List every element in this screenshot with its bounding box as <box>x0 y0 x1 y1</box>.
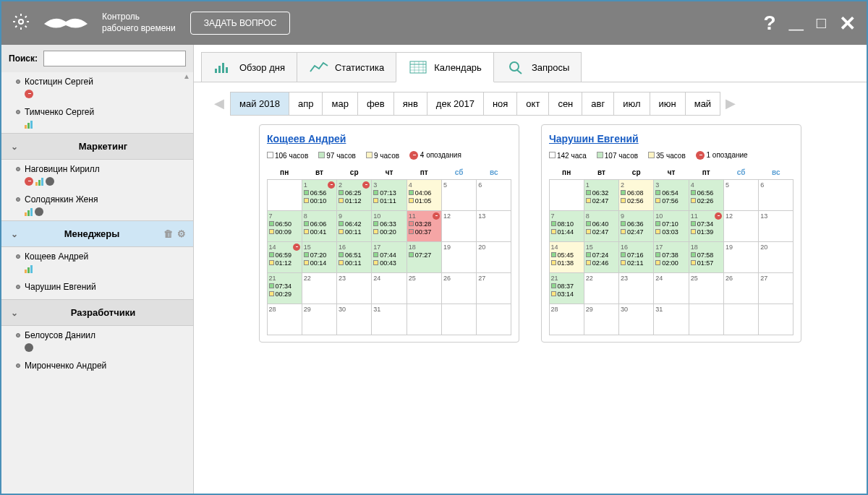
calendar-cell[interactable]: 28 <box>267 304 302 335</box>
calendar-cell[interactable]: 10 07:10 03:03 <box>653 210 689 242</box>
calendar-cell[interactable]: 31 <box>371 304 407 335</box>
calendar-cell[interactable]: 20 <box>758 241 793 273</box>
calendar-cell[interactable]: 3 07:13 01:11 <box>371 179 407 211</box>
calendar-cell[interactable]: 22 <box>302 272 337 304</box>
calendar-cell[interactable]: 25 <box>689 272 724 304</box>
calendar-cell[interactable]: 17 07:44 00:43 <box>371 241 407 273</box>
calendar-cell[interactable]: 23 <box>336 272 372 304</box>
group-header[interactable]: ⌄ Разработчики <box>1 299 193 326</box>
calendar-cell[interactable]: 2 06:25 01:12 <box>336 179 372 211</box>
calendar-cell[interactable]: 10 06:33 00:20 <box>371 210 407 242</box>
calendar-cell[interactable]: 28 <box>549 304 584 335</box>
month-button[interactable]: май <box>685 92 720 116</box>
calendar-cell[interactable]: 11 07:34 01:39 <box>689 210 724 242</box>
calendar-cell[interactable]: 27 <box>476 272 511 304</box>
month-button[interactable]: янв <box>393 92 427 116</box>
calendar-cell[interactable]: 16 06:51 00:11 <box>336 241 372 273</box>
month-next-icon[interactable]: ▶ <box>720 95 741 111</box>
calendar-cell[interactable]: 12 <box>723 210 759 242</box>
calendar-cell[interactable]: 24 <box>371 272 407 304</box>
person-item[interactable]: Тимченко Сергей <box>1 103 193 133</box>
gear-icon[interactable]: ⚙ <box>177 228 186 239</box>
calendar-cell[interactable]: 7 08:10 01:44 <box>549 210 584 242</box>
search-input[interactable] <box>43 51 186 66</box>
calendar-cell[interactable]: 26 <box>723 272 759 304</box>
tab-overview[interactable]: Обзор дня <box>201 52 297 82</box>
calendar-cell[interactable]: 19 <box>723 241 759 273</box>
month-button[interactable]: дек 2017 <box>427 92 484 116</box>
person-item[interactable]: Костицин Сергей <box>1 72 193 103</box>
calendar-cell[interactable]: 18 07:58 01:57 <box>689 241 724 273</box>
calendar-cell[interactable]: 30 <box>618 304 654 335</box>
calendar-cell[interactable]: 26 <box>441 272 477 304</box>
calendar-cell[interactable]: 1 06:56 00:10 <box>302 179 337 211</box>
person-link[interactable]: Чарушин Евгений <box>549 133 639 145</box>
person-link[interactable]: Кощеев Андрей <box>267 133 346 145</box>
month-button[interactable]: сен <box>548 92 582 116</box>
calendar-cell[interactable]: 21 07:34 00:29 <box>267 272 302 304</box>
calendar-cell[interactable]: 2 06:08 02:56 <box>618 179 654 211</box>
calendar-cell[interactable]: 11 03:28 00:37 <box>407 210 442 242</box>
close-icon[interactable]: ✕ <box>839 12 856 35</box>
calendar-cell[interactable]: 8 06:06 00:41 <box>302 210 337 242</box>
scroll-up-icon[interactable]: ▲ <box>183 72 190 80</box>
settings-icon[interactable] <box>12 13 30 33</box>
calendar-cell[interactable]: 6 <box>758 179 793 211</box>
tab-stats[interactable]: Статистика <box>297 52 396 82</box>
calendar-cell[interactable]: 6 <box>476 179 511 211</box>
calendar-cell[interactable]: 12 <box>441 210 477 242</box>
calendar-cell[interactable]: 31 <box>653 304 689 335</box>
month-button[interactable]: май 2018 <box>230 92 289 116</box>
tab-calendar[interactable]: Календарь <box>396 52 494 82</box>
calendar-cell[interactable]: 24 <box>653 272 689 304</box>
calendar-cell[interactable]: 8 06:40 02:47 <box>584 210 619 242</box>
calendar-cell[interactable]: 9 06:42 00:11 <box>336 210 372 242</box>
calendar-cell[interactable]: 4 04:06 01:05 <box>407 179 442 211</box>
calendar-cell[interactable]: 14 06:59 01:12 <box>267 241 302 273</box>
calendar-cell[interactable]: 5 <box>441 179 477 211</box>
help-icon[interactable]: ? <box>764 12 776 35</box>
calendar-cell[interactable]: 29 <box>302 304 337 335</box>
calendar-cell[interactable]: 3 06:54 07:56 <box>653 179 689 211</box>
group-header[interactable]: ⌄ Менеджеры 🗑⚙ <box>1 220 193 247</box>
calendar-cell[interactable]: 27 <box>758 272 793 304</box>
ask-question-button[interactable]: ЗАДАТЬ ВОПРОС <box>190 12 291 35</box>
calendar-cell[interactable]: 15 07:20 00:14 <box>302 241 337 273</box>
calendar-cell[interactable]: 1 06:32 02:47 <box>584 179 619 211</box>
month-button[interactable]: фев <box>357 92 394 116</box>
person-item[interactable]: Чарушин Евгений <box>1 277 193 299</box>
calendar-cell[interactable]: 21 08:37 03:14 <box>549 272 584 304</box>
calendar-cell[interactable]: 7 06:50 00:09 <box>267 210 302 242</box>
calendar-cell[interactable]: 29 <box>584 304 619 335</box>
month-prev-icon[interactable]: ◀ <box>208 95 230 111</box>
month-button[interactable]: мар <box>322 92 357 116</box>
calendar-cell[interactable]: 15 07:24 02:46 <box>584 241 619 273</box>
calendar-cell[interactable]: 16 07:16 02:11 <box>618 241 654 273</box>
group-header[interactable]: ⌄ Маркетинг <box>1 133 193 160</box>
calendar-cell[interactable]: 5 <box>723 179 759 211</box>
person-item[interactable]: Кощеев Андрей <box>1 247 193 277</box>
calendar-cell[interactable]: 20 <box>476 241 511 273</box>
month-button[interactable]: апр <box>289 92 323 116</box>
tab-queries[interactable]: Запросы <box>493 52 582 82</box>
month-button[interactable]: июн <box>650 92 686 116</box>
person-item[interactable]: Миронченко Андрей <box>1 356 193 378</box>
month-button[interactable]: июл <box>613 92 650 116</box>
calendar-cell[interactable]: 18 07:27 <box>407 241 442 273</box>
calendar-cell[interactable]: 19 <box>441 241 477 273</box>
calendar-cell[interactable]: 23 <box>618 272 654 304</box>
calendar-cell[interactable]: 22 <box>584 272 619 304</box>
month-button[interactable]: ноя <box>483 92 517 116</box>
calendar-cell[interactable]: 30 <box>336 304 372 335</box>
month-button[interactable]: окт <box>516 92 549 116</box>
calendar-cell[interactable]: 14 05:45 01:38 <box>549 241 584 273</box>
calendar-cell[interactable]: 9 06:36 02:47 <box>618 210 654 242</box>
month-button[interactable]: авг <box>582 92 614 116</box>
calendar-cell[interactable]: 17 07:38 02:00 <box>653 241 689 273</box>
person-item[interactable]: Белоусов Даниил <box>1 326 193 356</box>
calendar-cell[interactable]: 13 <box>758 210 793 242</box>
trash-icon[interactable]: 🗑 <box>163 228 173 239</box>
calendar-cell[interactable]: 25 <box>407 272 442 304</box>
calendar-cell[interactable]: 13 <box>476 210 511 242</box>
person-item[interactable]: Солодянкин Женя <box>1 190 193 220</box>
